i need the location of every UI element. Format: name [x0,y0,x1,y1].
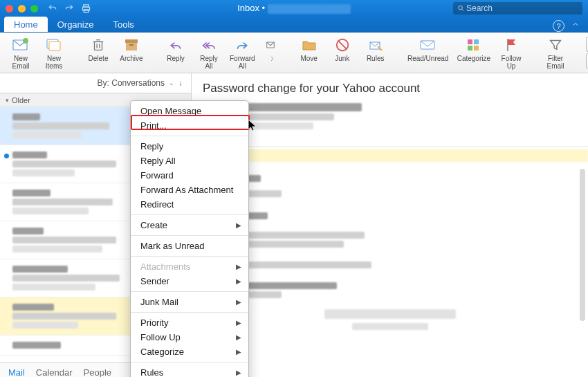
attachment-small-button[interactable] [259,34,282,71]
follow-up-label: Follow Up [502,55,522,70]
sort-label: By: Conversations [98,78,165,88]
ctx-mark-unread[interactable]: Mark as Unread [131,239,248,253]
new-items-button[interactable]: New Items [37,34,71,71]
delete-label: Delete [89,55,109,62]
submenu-arrow-icon: ▶ [236,367,241,377]
ctx-reply-all[interactable]: Reply All [131,154,248,168]
ctx-junk-mail[interactable]: Junk Mail▶ [131,295,248,309]
older-label: Older [12,96,30,104]
reading-pane: Password change for your Yahoo account [192,73,588,377]
ctx-open-message[interactable]: Open Message [131,104,248,118]
chevron-down-icon: ⌄ [169,80,174,86]
ctx-redirect[interactable]: Redirect [131,197,248,212]
ctx-follow-up[interactable]: Follow Up▶ [131,330,248,344]
ctx-rules[interactable]: Rules▶ [131,365,248,377]
forward-button[interactable]: Forward All [226,34,259,71]
delete-button[interactable]: Delete [82,34,115,71]
collapse-ribbon-icon[interactable] [571,20,580,32]
reply-button[interactable]: Reply [159,34,192,71]
help-icon[interactable]: ? [553,20,564,32]
sort-direction-icon[interactable]: ↓ [178,78,183,88]
filter-email-label: Filter Email [547,55,564,70]
new-email-label: New Email [12,55,29,70]
forward-label: Forward All [230,55,255,70]
new-items-label: New Items [46,55,62,70]
window-minimize-button[interactable] [18,5,26,12]
ctx-priority[interactable]: Priority▶ [131,315,248,330]
svg-rect-9 [95,42,102,50]
svg-rect-22 [468,39,472,44]
tab-home[interactable]: Home [4,17,48,32]
svg-line-4 [462,9,463,10]
rules-button[interactable]: Rules [359,34,392,71]
window-zoom-button[interactable] [30,5,38,12]
window-titlebar: Inbox • [0,0,588,17]
nav-calendar[interactable]: Calendar [36,367,73,378]
svg-rect-25 [474,46,479,50]
unread-dot-icon [4,154,9,158]
message-header-block [192,101,588,147]
rules-label: Rules [367,55,385,62]
message-subject: Password change for your Yahoo account [192,73,588,101]
categorize-label: Categorize [457,55,490,62]
svg-rect-23 [474,39,479,44]
search-icon [457,4,465,12]
ctx-attachments: Attachments▶ [131,259,248,274]
message-body [192,162,588,377]
search-input[interactable] [465,3,578,14]
reply-all-button[interactable]: Reply All [192,34,226,71]
tab-organize[interactable]: Organize [48,17,104,32]
ctx-forward-attachment[interactable]: Forward As Attachment [131,183,248,197]
read-unread-label: Read/Unread [407,55,448,62]
svg-rect-8 [49,42,60,50]
title-prefix: Inbox • [237,3,265,13]
archive-button[interactable]: Archive [115,34,148,71]
scrollbar[interactable] [580,169,585,321]
junk-button[interactable]: Junk [326,34,359,71]
submenu-arrow-icon: ▶ [236,219,241,231]
title-account-redacted [268,4,351,14]
ribbon: New Email New Items Delete Archive Reply… [0,33,588,73]
move-label: Move [300,55,317,62]
list-sort-header[interactable]: By: Conversations ⌄ ↓ [0,73,191,93]
tab-tools[interactable]: Tools [103,17,143,32]
svg-rect-24 [468,46,472,50]
ctx-categorize[interactable]: Categorize▶ [131,344,248,359]
move-button[interactable]: Move [293,34,326,71]
undo-icon[interactable] [48,3,57,14]
nav-mail[interactable]: Mail [8,367,25,378]
submenu-arrow-icon: ▶ [236,346,241,358]
submenu-arrow-icon: ▶ [236,261,241,273]
svg-rect-16 [129,44,134,46]
traffic-lights [6,5,38,12]
print-icon[interactable] [81,3,91,14]
submenu-arrow-icon: ▶ [236,296,241,308]
context-menu: Open Message Print... Reply Reply All Fo… [130,100,249,377]
read-unread-button[interactable]: Read/Unread [403,34,453,71]
window-close-button[interactable] [6,5,13,12]
submenu-arrow-icon: ▶ [236,275,241,287]
new-email-button[interactable]: New Email [4,34,37,71]
svg-rect-15 [126,43,137,50]
main-area: By: Conversations ⌄ ↓ ▾ Older [0,73,588,377]
submenu-arrow-icon: ▶ [236,331,241,343]
ctx-create[interactable]: Create▶ [131,218,248,232]
junk-label: Junk [335,55,349,62]
ctx-sender[interactable]: Sender▶ [131,274,248,288]
search-field-wrap[interactable] [453,2,582,15]
filter-email-button[interactable]: Filter Email [539,34,572,71]
nav-people[interactable]: People [84,367,111,378]
ctx-print[interactable]: Print... [131,118,248,133]
archive-label: Archive [120,55,143,62]
follow-up-button[interactable]: Follow Up [495,34,528,71]
svg-line-19 [338,41,347,50]
quick-access-icons [48,3,91,14]
ctx-reply[interactable]: Reply [131,139,248,154]
ctx-forward[interactable]: Forward [131,168,248,183]
categorize-button[interactable]: Categorize [453,34,495,71]
svg-point-3 [459,6,462,9]
svg-point-6 [23,38,28,44]
info-bar[interactable] [192,149,588,162]
ribbon-tabs: Home Organize Tools ? [0,17,588,33]
redo-icon[interactable] [64,3,74,14]
